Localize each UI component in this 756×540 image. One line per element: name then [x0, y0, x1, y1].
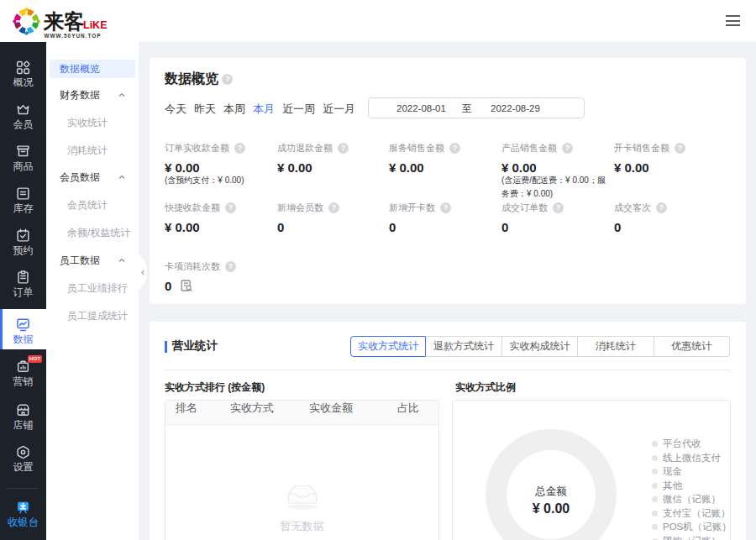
svg-text:WWW.50YUN.TOP: WWW.50YUN.TOP — [45, 33, 102, 39]
svg-text:来客: 来客 — [43, 10, 85, 33]
svg-text:LiKE: LiKE — [83, 19, 107, 31]
